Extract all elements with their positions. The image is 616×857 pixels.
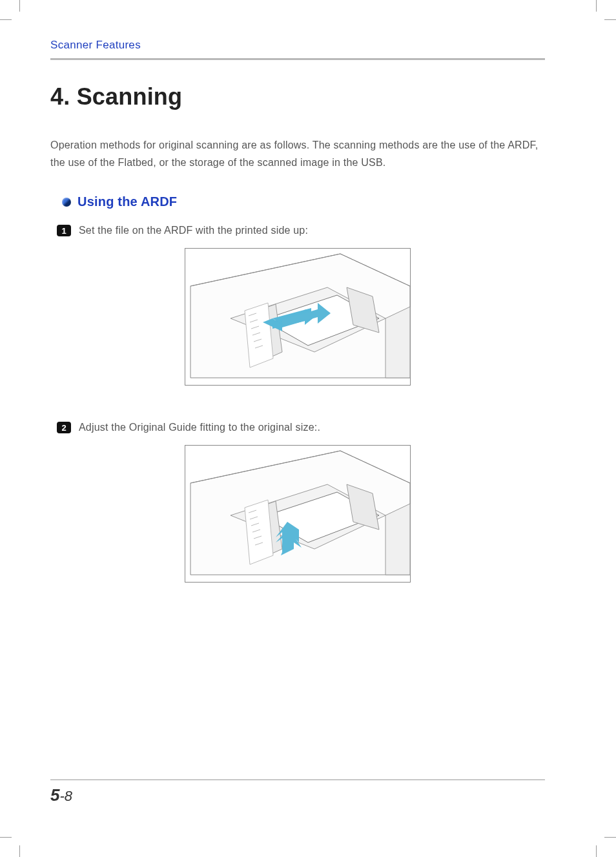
step-text: Set the file on the ARDF with the printe… [79,225,308,236]
footer-rule [50,780,545,780]
figure-2-wrap [50,445,545,583]
step-2: 2 Adjust the Original Guide fitting to t… [57,422,545,433]
svg-marker-7 [245,303,273,367]
header-rule [50,58,545,60]
step-1: 1 Set the file on the ARDF with the prin… [57,225,545,236]
step-text: Adjust the Original Guide fitting to the… [79,422,320,433]
crop-mark [19,0,20,12]
crop-mark [19,845,20,857]
crop-mark [0,19,12,20]
step-number-badge: 1 [57,225,71,236]
page-title: 4. Scanning [50,83,545,110]
page-dash: - [59,788,64,804]
running-header: Scanner Features [50,39,545,52]
subsection-heading: Using the ARDF [77,194,177,209]
crop-mark [604,19,616,20]
step-number-badge: 2 [57,422,71,433]
figure-ardf-load [185,248,411,386]
svg-marker-14 [385,307,410,378]
chapter-number: 5 [50,785,59,805]
page-footer: 5-8 [50,780,545,805]
subsection-heading-row: Using the ARDF [62,194,545,209]
page-content: Scanner Features 4. Scanning Operation m… [50,39,545,805]
svg-marker-34 [385,504,410,575]
crop-mark [596,0,597,12]
page-number: 5-8 [50,785,545,805]
crop-mark [596,845,597,857]
figure-1-wrap [50,248,545,386]
page-sub: 8 [65,788,72,804]
svg-marker-27 [245,500,273,564]
crop-mark [0,837,12,838]
bullet-icon [62,198,71,207]
crop-mark [604,837,616,838]
figure-ardf-guide [185,445,411,583]
intro-paragraph: Operation methods for original scanning … [50,136,545,171]
